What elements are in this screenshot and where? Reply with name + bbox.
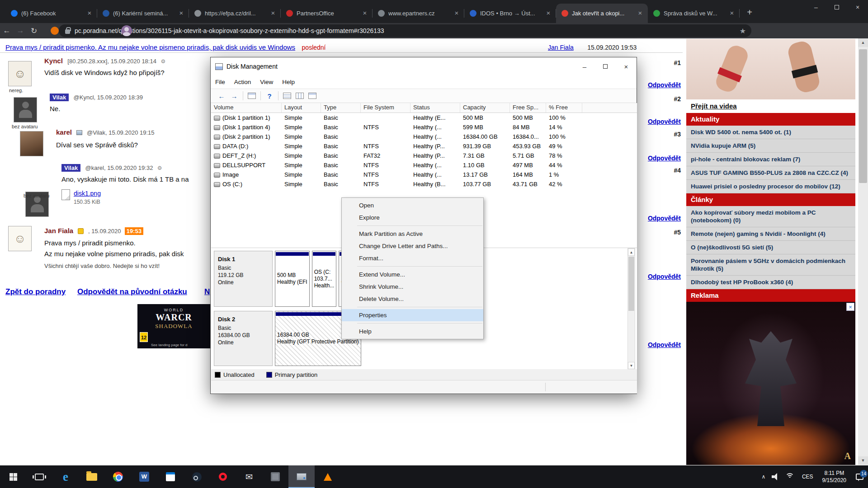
disk-view-icon[interactable] — [306, 90, 319, 102]
article-item[interactable]: O (ne)škodlivosti 5G sietí (5) — [686, 241, 855, 254]
column-header[interactable]: Free Sp... — [510, 103, 546, 113]
volume-row[interactable]: DEFT_Z (H:) Simple Basic FAT32 Healthy (… — [211, 151, 637, 160]
author-link[interactable]: Jan Fiala — [548, 44, 574, 51]
tab-close-icon[interactable]: × — [177, 9, 185, 18]
menu-item-properties[interactable]: Properties — [342, 309, 483, 321]
news-item[interactable]: ASUS TUF GAMING B550-PLUS za 2808 na CZC… — [686, 166, 855, 180]
clock[interactable]: 8:11 PM 9/15/2020 — [822, 469, 846, 484]
menu-item-explore[interactable]: Explore — [342, 211, 483, 224]
graphical-view-icon[interactable] — [293, 90, 306, 102]
back-button[interactable]: ← — [0, 26, 14, 35]
news-item[interactable]: pi-hole - centralni blokovac reklam (7) — [686, 153, 855, 166]
volume-row[interactable]: (Disk 2 partition 1) Simple Basic Health… — [211, 132, 637, 141]
profile-avatar[interactable] — [121, 25, 132, 36]
menu-item-extend-volume[interactable]: Extend Volume... — [342, 268, 483, 281]
window-minimize-button[interactable]: – — [574, 57, 595, 75]
toolbar-back-icon[interactable]: ← — [215, 90, 228, 102]
article-item[interactable]: Porovnanie pásiem v 5GHz v domácich podm… — [686, 254, 855, 276]
browser-tab[interactable]: www.epartners.cz × — [373, 4, 464, 23]
new-tab-button[interactable]: + — [743, 6, 756, 19]
menu-item-delete-volume[interactable]: Delete Volume... — [342, 293, 483, 305]
column-header[interactable]: File System — [361, 103, 410, 113]
column-header[interactable]: % Free — [546, 103, 582, 113]
browser-tab[interactable]: (6) Facebook × — [5, 4, 97, 23]
disk-info-box[interactable]: Disk 2 Basic 16384.00 GB Online — [214, 311, 273, 366]
help-icon[interactable]: ? — [263, 90, 276, 102]
forward-button[interactable]: → — [14, 26, 27, 35]
calendar-button[interactable] — [157, 465, 184, 488]
article-item[interactable]: Remote (nejen) gaming s Nvidií - Moonlig… — [686, 227, 855, 241]
reply-link[interactable]: Odpovědět — [631, 118, 681, 125]
article-item[interactable]: Dlhodobý test HP ProBook x360 (4) — [686, 276, 855, 289]
browser-tab[interactable]: Jak otevřít a okopi... × — [556, 4, 648, 23]
column-header[interactable]: Capacity — [460, 103, 510, 113]
mail-button[interactable]: ✉ — [236, 465, 262, 488]
menu-bar-item[interactable]: View — [255, 79, 278, 85]
window-maximize-button[interactable] — [826, 0, 847, 14]
scrollbar-thumb[interactable] — [859, 49, 867, 183]
tab-close-icon[interactable]: × — [361, 9, 369, 18]
scroll-up-icon[interactable]: ▲ — [628, 249, 635, 256]
volume-row[interactable]: (Disk 1 partition 4) Simple Basic NTFS H… — [211, 122, 637, 132]
extension-icon[interactable] — [51, 27, 59, 35]
menu-item-help[interactable]: Help — [342, 325, 483, 338]
language-indicator[interactable]: CES — [802, 474, 813, 480]
edge-button[interactable]: e — [52, 465, 79, 488]
tray-expand-icon[interactable]: ∧ — [758, 474, 769, 480]
volume-row[interactable]: OS (C:) Simple Basic NTFS Healthy (B... … — [211, 179, 637, 189]
site-info-lock-icon[interactable] — [65, 29, 70, 34]
question-title-link[interactable]: Prava mys / priradit pismenko. Az mu nej… — [5, 43, 295, 51]
window-maximize-button[interactable] — [595, 57, 616, 75]
menu-bar-item[interactable]: Action — [230, 79, 256, 85]
tab-close-icon[interactable]: × — [544, 9, 552, 18]
scroll-down-icon[interactable]: ▼ — [628, 362, 635, 369]
window-close-button[interactable]: × — [847, 0, 868, 14]
menu-item-mark-active[interactable]: Mark Partition as Active — [342, 228, 483, 240]
post-author[interactable]: karel — [56, 128, 72, 136]
window-minimize-button[interactable]: – — [806, 0, 826, 14]
volume-icon[interactable] — [771, 473, 780, 481]
menu-item-format[interactable]: Format... — [342, 252, 483, 264]
reply-original-question-link[interactable]: Odpovědět na původní otázku — [77, 287, 187, 296]
edit-tool-icon[interactable]: ⚙ — [160, 58, 165, 65]
reply-link[interactable]: Odpovědět — [631, 155, 681, 162]
go-to-videos-link[interactable]: Přejít na videa — [686, 99, 855, 113]
post-author-badge[interactable]: Vilak — [61, 164, 80, 172]
attachment-link[interactable]: disk1.png — [74, 190, 101, 197]
volume-row[interactable]: (Disk 1 partition 1) Simple Basic Health… — [211, 113, 637, 122]
edit-tool-icon[interactable]: ⚙ — [157, 165, 162, 171]
scroll-down-icon[interactable]: ▼ — [858, 456, 868, 465]
column-header[interactable]: Type — [321, 103, 361, 113]
bookmark-star-icon[interactable]: ★ — [740, 27, 746, 35]
partial-link[interactable]: N — [204, 287, 210, 296]
partition-box[interactable]: 500 MB Healthy (EFI — [275, 251, 310, 307]
volume-row[interactable]: Image Simple Basic NTFS Healthy (... 13.… — [211, 170, 637, 179]
toolbar-forward-icon[interactable]: → — [228, 90, 241, 102]
action-center-button[interactable]: 14 — [851, 465, 868, 488]
browser-tab[interactable]: https://efpa.cz/dril... × — [189, 4, 281, 23]
menu-item-change-drive-letter[interactable]: Change Drive Letter and Paths... — [342, 240, 483, 252]
volume-row[interactable]: DELLSUPPORT Simple Basic NTFS Healthy (.… — [211, 160, 637, 170]
list-view-icon[interactable] — [281, 90, 293, 102]
volume-row[interactable]: DATA (D:) Simple Basic NTFS Healthy (P..… — [211, 141, 637, 151]
start-button[interactable] — [0, 465, 26, 488]
column-header[interactable]: Status — [410, 103, 460, 113]
window-close-button[interactable]: × — [616, 57, 637, 75]
window-titlebar[interactable]: Disk Management – × — [211, 57, 637, 75]
tab-close-icon[interactable]: × — [453, 9, 461, 18]
news-item[interactable]: Disk WD 5400 ot. nema 5400 ot. (1) — [686, 126, 855, 139]
column-header[interactable]: Volume — [211, 103, 282, 113]
post-author[interactable]: Jan Fiala — [44, 227, 73, 235]
chrome-button[interactable] — [105, 465, 131, 488]
app-button[interactable] — [262, 465, 288, 488]
disk-info-box[interactable]: Disk 1 Basic 119.12 GB Online — [214, 251, 273, 307]
browser-tab[interactable]: IDOS • Brno → Úst... × — [464, 4, 556, 23]
file-explorer-button[interactable] — [79, 465, 105, 488]
browser-tab[interactable]: (6) Kariérní seminá... × — [97, 4, 189, 23]
browser-tab[interactable]: Správa disků ve W... × — [648, 4, 740, 23]
console-window-icon[interactable] — [245, 90, 258, 102]
article-item[interactable]: Ako kopírovať súbory medzi mobilom a PC … — [686, 206, 855, 227]
word-button[interactable]: W — [131, 465, 157, 488]
column-header[interactable]: Layout — [282, 103, 321, 113]
menu-item-open[interactable]: Open — [342, 199, 483, 211]
